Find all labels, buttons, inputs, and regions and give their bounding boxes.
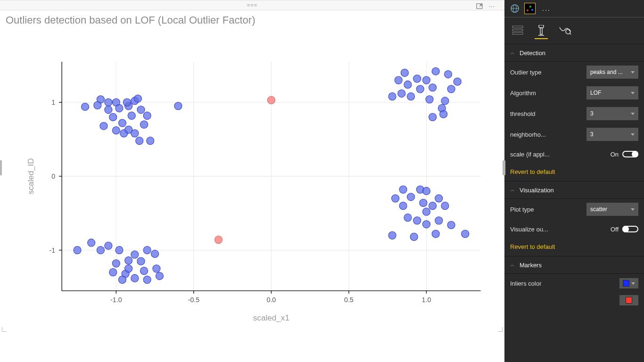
- select-plot-type[interactable]: scatter: [586, 203, 638, 216]
- chevron-down-icon: [631, 133, 635, 136]
- chevron-up-icon: ︿: [510, 49, 515, 56]
- svg-point-95: [399, 202, 407, 209]
- visual-type-globe-icon[interactable]: [509, 3, 520, 14]
- svg-point-106: [435, 217, 443, 224]
- svg-point-67: [131, 251, 139, 258]
- svg-rect-124: [512, 33, 523, 34]
- analytics-tab-icon[interactable]: [558, 21, 571, 40]
- select-threshold[interactable]: 3: [586, 107, 638, 120]
- svg-text:0.0: 0.0: [267, 296, 276, 304]
- svg-point-119: [527, 9, 528, 11]
- select-neighborhood[interactable]: 3: [586, 128, 638, 141]
- svg-point-107: [447, 221, 455, 229]
- svg-point-83: [441, 97, 449, 105]
- svg-text:0.5: 0.5: [344, 296, 354, 304]
- visual-more-icon[interactable]: ...: [489, 2, 495, 8]
- svg-point-90: [398, 90, 405, 97]
- revert-visualization[interactable]: Revert to default: [504, 239, 644, 256]
- svg-text:-1.0: -1.0: [110, 296, 122, 304]
- section-title-markers: Markers: [520, 262, 542, 269]
- revert-detection[interactable]: Revert to default: [504, 164, 644, 181]
- svg-point-53: [136, 137, 143, 145]
- svg-point-71: [143, 276, 151, 283]
- svg-point-112: [399, 186, 407, 193]
- svg-point-115: [215, 236, 222, 244]
- focus-mode-icon[interactable]: [476, 2, 482, 8]
- scatter-plot: -1.0-0.50.00.51.0-101scaled_x1scaled_ID: [5, 28, 500, 334]
- svg-point-55: [74, 247, 81, 254]
- svg-point-47: [112, 127, 120, 134]
- svg-point-108: [388, 231, 396, 239]
- section-header-markers[interactable]: ︿ Markers: [504, 256, 644, 274]
- select-outlier-type-value: peaks and ...: [590, 69, 631, 75]
- svg-point-72: [156, 272, 163, 280]
- section-title-visualization: Visualization: [520, 187, 554, 194]
- resize-handle-right[interactable]: [503, 160, 505, 175]
- svg-point-61: [125, 256, 132, 264]
- svg-point-38: [118, 119, 126, 127]
- svg-point-34: [105, 106, 112, 114]
- svg-point-32: [105, 99, 112, 106]
- svg-point-80: [429, 84, 437, 91]
- svg-point-105: [404, 214, 412, 222]
- svg-point-76: [404, 81, 412, 88]
- svg-point-51: [125, 126, 132, 133]
- svg-point-84: [447, 85, 455, 93]
- svg-point-87: [432, 67, 439, 75]
- svg-point-103: [422, 221, 430, 228]
- svg-point-37: [109, 113, 117, 121]
- select-outlier-type[interactable]: peaks and ...: [586, 66, 638, 79]
- svg-point-79: [422, 76, 430, 84]
- svg-point-92: [429, 113, 437, 121]
- corner-handle-bl[interactable]: [2, 327, 7, 332]
- svg-text:-0.5: -0.5: [188, 296, 199, 304]
- color-picker-outliers[interactable]: [619, 295, 638, 305]
- svg-point-48: [100, 122, 107, 130]
- section-header-detection[interactable]: ︿ Detection: [504, 44, 644, 62]
- svg-point-89: [395, 76, 402, 84]
- toggle-scale[interactable]: On: [611, 151, 638, 158]
- select-neighborhood-value: 3: [590, 131, 631, 138]
- toggle-visualize-outliers[interactable]: Off: [611, 226, 638, 233]
- svg-point-69: [151, 250, 159, 257]
- svg-point-66: [137, 257, 145, 265]
- corner-handle-br[interactable]: [498, 327, 503, 332]
- section-header-visualization[interactable]: ︿ Visualization: [504, 181, 644, 199]
- svg-point-68: [143, 247, 151, 254]
- select-algorithm-value: LOF: [590, 90, 631, 96]
- chevron-up-icon: ︿: [510, 187, 515, 193]
- select-algorithm[interactable]: LOF: [586, 86, 638, 99]
- label-algorithm: Algorithm: [510, 90, 536, 97]
- svg-rect-123: [512, 29, 523, 31]
- resize-handle-left[interactable]: [0, 160, 2, 175]
- color-picker-inliers[interactable]: [619, 278, 638, 288]
- svg-point-113: [422, 187, 430, 195]
- format-tab-icon[interactable]: [535, 21, 548, 40]
- svg-point-42: [137, 106, 145, 114]
- svg-point-114: [267, 96, 275, 104]
- svg-point-74: [125, 265, 132, 272]
- svg-point-62: [109, 269, 117, 276]
- svg-point-110: [432, 230, 439, 238]
- svg-point-75: [401, 69, 408, 76]
- svg-line-1: [479, 5, 481, 7]
- svg-text:scaled_x1: scaled_x1: [253, 313, 289, 322]
- label-outlier-type: Outlier type: [510, 69, 541, 76]
- svg-rect-122: [512, 26, 523, 28]
- svg-point-96: [407, 193, 414, 201]
- format-panel: ... ︿ Detection Outlier type peaks and .…: [504, 0, 644, 362]
- toggle-visualize-state: Off: [611, 226, 619, 233]
- drag-grip-icon[interactable]: ===: [247, 2, 257, 8]
- svg-text:1: 1: [51, 99, 55, 106]
- visual-gallery-more-icon[interactable]: ...: [539, 5, 551, 12]
- section-title-detection: Detection: [520, 49, 545, 57]
- svg-point-94: [392, 195, 399, 202]
- visual-type-scatter-icon[interactable]: [524, 3, 536, 14]
- svg-point-56: [88, 239, 95, 247]
- svg-point-78: [416, 85, 424, 93]
- svg-point-36: [116, 105, 123, 112]
- svg-point-49: [134, 95, 141, 102]
- svg-text:0: 0: [51, 173, 55, 180]
- fields-tab-icon[interactable]: [511, 21, 524, 40]
- svg-point-111: [462, 230, 469, 238]
